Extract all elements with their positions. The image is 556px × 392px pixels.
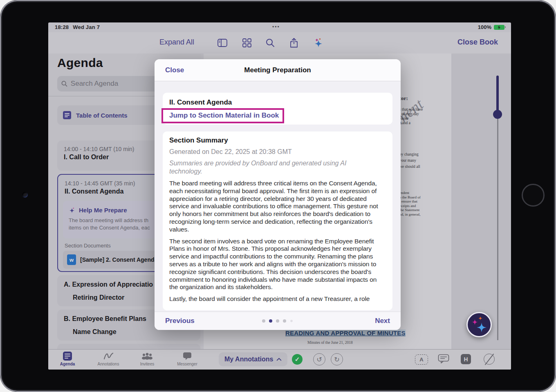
section-summary-card: Section Summary Generated on Dec 22, 202… xyxy=(163,131,392,310)
summary-paragraph-2: The second item involves a board vote on… xyxy=(169,238,386,292)
summary-ai-disclaimer: Summaries are provided by OnBoard and ge… xyxy=(169,159,376,176)
next-button[interactable]: Next xyxy=(375,317,390,325)
page-dots xyxy=(155,319,401,323)
page-dot xyxy=(290,320,293,322)
ai-sparkle-magenta-icon xyxy=(471,319,478,326)
section-card: II. Consent Agenda Jump to Section Mater… xyxy=(163,93,392,125)
ipad-device-frame: 18:28Wed Jan 7 ••• 100% Expand All xyxy=(0,0,556,392)
summary-paragraph-3: Lastly, the board will consider the appo… xyxy=(169,295,386,303)
section-heading: II. Consent Agenda xyxy=(169,98,392,107)
home-button[interactable] xyxy=(522,184,545,207)
summary-paragraph-1: The board meeting will address three cri… xyxy=(169,180,386,234)
modal-header: Close Meeting Preparation xyxy=(155,59,401,81)
summary-generated-timestamp: Generated on Dec 22, 2025 at 20:38 GMT xyxy=(169,148,386,156)
page-dot xyxy=(283,319,286,323)
modal-footer: Previous Next xyxy=(155,312,401,330)
page-dot xyxy=(276,319,279,323)
ai-assistant-fab[interactable] xyxy=(466,312,492,337)
summary-heading: Section Summary xyxy=(169,136,386,145)
modal-title: Meeting Preparation xyxy=(155,66,401,74)
meeting-preparation-modal: Close Meeting Preparation II. Consent Ag… xyxy=(155,59,401,330)
page-dot xyxy=(262,319,265,323)
screen: 18:28Wed Jan 7 ••• 100% Expand All xyxy=(48,22,511,370)
front-camera xyxy=(22,192,28,198)
ai-sparkle-orange-icon xyxy=(478,316,483,321)
page-dot-active xyxy=(269,319,272,323)
tutorial-highlight-box xyxy=(161,108,284,123)
